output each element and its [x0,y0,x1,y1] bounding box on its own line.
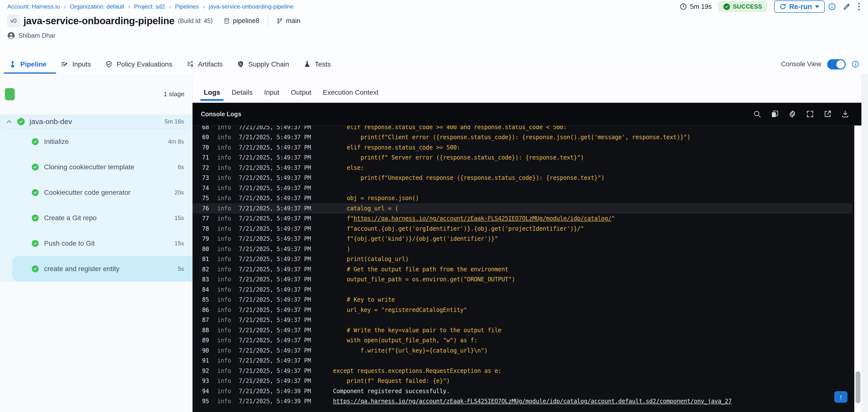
log-text-segment: print(f" Server error ({response.status_… [333,154,584,161]
execution-duration-wrap: 5m 19s [680,3,712,10]
log-line: 69info7/21/2025, 5:49:37 PM print(f"Clie… [192,132,852,142]
log-text: https://qa.harness.io/ng/account/zEaak-F… [333,398,732,405]
re-run-button[interactable]: Re-run [774,0,825,13]
log-text-segment: else: [333,164,364,171]
step-item-initialize[interactable]: Initialize4m 8s [0,129,192,154]
log-level: info [217,378,239,384]
log-level: info [217,164,239,171]
log-timestamp: 7/21/2025, 5:49:37 PM [239,296,333,303]
scroll-to-top-button[interactable]: ↑ [834,391,847,403]
log-level: info [217,175,239,181]
log-text: print(f"Unexpected response ({response.s… [333,175,604,181]
success-icon [32,164,39,170]
log-line-number: 86 [202,307,217,313]
step-name: Push code to Git [44,240,95,247]
settings-icon[interactable] [788,110,797,118]
log-line-number: 74 [202,185,217,192]
log-timestamp: 7/21/2025, 5:49:37 PM [239,378,333,384]
log-tab-input[interactable]: Input [264,89,279,103]
fullscreen-icon[interactable] [806,110,814,118]
log-link[interactable]: https://qa.harness.io/ng/account/zEaak-F… [353,215,611,222]
log-timestamp: 7/21/2025, 5:49:37 PM [239,276,333,283]
console-view-toggle[interactable] [827,59,846,69]
tab-label: Inputs [72,60,91,68]
log-timestamp: 7/21/2025, 5:49:39 PM [239,398,333,405]
tab-artifacts[interactable]: Artifacts [186,55,223,74]
breadcrumb-link-account-harness-io[interactable]: Account: Harness.io [7,3,60,10]
tab-pipeline[interactable]: Pipeline [9,55,46,74]
success-icon [32,189,39,196]
log-level: info [217,368,239,374]
success-icon [32,240,39,247]
breadcrumb-link-java-service-onboarding-pipeline[interactable]: java-service-onboarding-pipeline [209,3,293,10]
breadcrumb-link-project-sd2[interactable]: Project: sd2 [134,3,165,10]
breadcrumb-separator-icon: › [128,3,130,10]
repository-icon [223,18,230,24]
log-line: 85info7/21/2025, 5:49:37 PM # Key to wri… [192,295,852,305]
log-line-number: 89 [202,337,217,344]
author-name: Shibam Dhar [18,32,56,39]
log-text: Component registered successfully. [333,388,450,394]
log-text: print(catalog_url) [333,256,408,262]
log-level: info [217,317,239,323]
open-in-new-icon[interactable] [824,110,832,118]
step-item-create-a-git-repo[interactable]: Create a Git repo15s [0,205,192,231]
step-duration: 20s [175,189,184,196]
tab-inputs[interactable]: Inputs [61,55,91,74]
tab-policy-evaluations[interactable]: Policy Evaluations [105,55,172,74]
log-level: info [217,347,239,354]
log-text: f"{obj.get('kind')}/{obj.get('identifier… [333,235,498,242]
tab-tests[interactable]: Tests [303,55,331,74]
log-timestamp: 7/21/2025, 5:49:39 PM [239,388,333,394]
console-toolbar [753,110,849,118]
step-item-cloning-cookiecutter-template[interactable]: Cloning cookiecutter template6s [0,154,192,180]
log-timestamp: 7/21/2025, 5:49:37 PM [239,235,333,242]
success-icon [32,215,39,221]
console-scrollbar [854,126,862,412]
download-icon[interactable] [841,110,849,118]
step-item-cookiecutter-code-generator[interactable]: Cookiecutter code generator20s [0,180,192,205]
log-line: 87info7/21/2025, 5:49:37 PM [192,315,852,325]
log-text: ) [333,246,350,252]
log-tab-details[interactable]: Details [232,89,253,103]
success-icon [32,265,39,272]
scrollbar-thumb[interactable] [856,371,860,403]
console-log-viewport: 68info7/21/2025, 5:49:37 PM elif respons… [192,126,862,412]
console-logs-panel: Console Logs 68info7/21/2025, 5:49:37 PM… [192,103,862,412]
log-tab-output[interactable]: Output [291,89,311,103]
log-tab-execution-context[interactable]: Execution Context [323,89,378,103]
re-run-label: Re-run [789,3,812,11]
log-timestamp: 7/21/2025, 5:49:37 PM [239,337,333,344]
success-icon [18,118,25,125]
step-item-push-code-to-git[interactable]: Push code to Git15s [0,231,192,256]
edit-icon[interactable] [843,3,850,10]
breadcrumb-link-pipelines[interactable]: Pipelines [175,3,199,10]
breadcrumb-link-organization-default[interactable]: Organization: default [70,3,124,10]
log-text: except requests.exceptions.RequestExcept… [333,368,501,374]
tab-supply-chain[interactable]: Supply Chain [237,55,289,74]
page-scrollbar[interactable] [861,74,868,412]
log-text-segment: print(f"Unexpected response ({response.s… [333,175,604,181]
branch-ref[interactable]: main [276,17,301,25]
log-text-segment: # Key to write [333,296,395,303]
stage-row-java-onb-dev[interactable]: java-onb-dev 5m 16s [0,115,192,129]
log-timestamp: 7/21/2025, 5:49:37 PM [239,256,333,262]
pipeline-ref[interactable]: pipeline8 [223,17,259,25]
info-icon[interactable] [851,60,859,68]
log-timestamp: 7/21/2025, 5:49:37 PM [239,144,333,151]
log-text: obj = response.json() [333,195,419,201]
log-link[interactable]: https://qa.harness.io/ng/account/zEaak-F… [333,398,732,405]
step-item-create-and-register-entity[interactable]: create and register entity5s [12,256,192,282]
main-tab-bar: PipelineInputsPolicy EvaluationsArtifact… [0,55,868,74]
copy-icon[interactable] [771,110,779,118]
stage-count: 1 stage [164,90,184,98]
info-icon[interactable] [828,3,836,10]
log-level: info [217,225,239,232]
log-tab-logs[interactable]: Logs [204,89,220,103]
step-duration: 15s [175,215,184,221]
log-level: info [217,235,239,242]
chevron-up-icon[interactable] [6,119,12,125]
top-bar: Account: Harness.io›Organization: defaul… [7,0,861,13]
more-options-icon[interactable] [857,2,861,11]
search-icon[interactable] [753,110,761,118]
